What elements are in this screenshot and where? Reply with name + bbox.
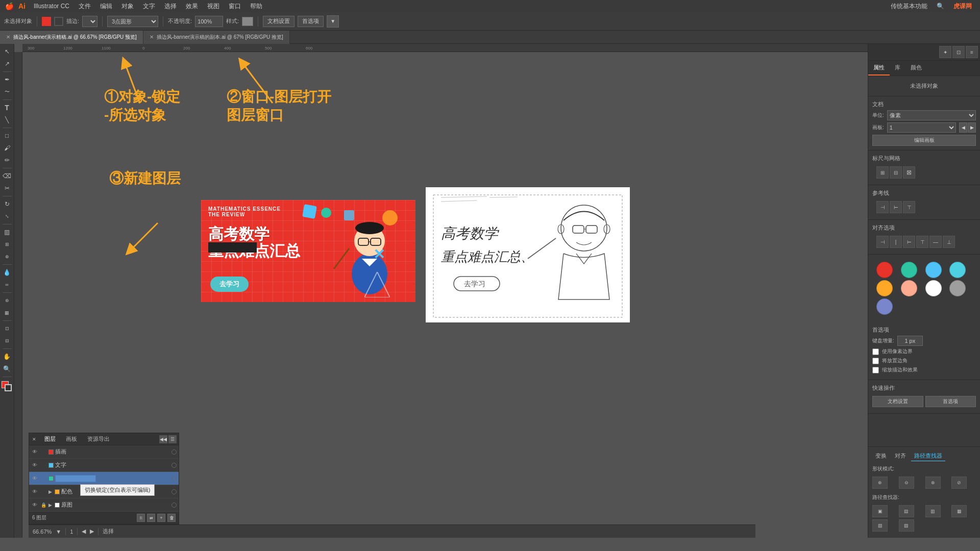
fill-color-btn[interactable] bbox=[42, 17, 51, 26]
delete-layer-btn[interactable]: 🗑 bbox=[167, 514, 176, 522]
style-preview[interactable] bbox=[242, 17, 253, 26]
bottom-tab-align[interactable]: 对齐 bbox=[892, 451, 909, 461]
banner-learn-btn[interactable]: 去学习 bbox=[210, 277, 249, 292]
apple-menu[interactable]: 🍎 bbox=[4, 1, 14, 11]
direct-selection-tool[interactable]: ↗ bbox=[2, 58, 13, 69]
align-center-btn[interactable]: | bbox=[890, 236, 902, 248]
rectangle-tool[interactable]: □ bbox=[2, 130, 13, 141]
show-rulers-btn[interactable]: ⊞ bbox=[876, 166, 889, 179]
search-icon[interactable]: 🔍 bbox=[933, 3, 948, 10]
menu-file[interactable]: 文件 bbox=[75, 1, 95, 12]
keyboard-increment-input[interactable] bbox=[897, 336, 923, 346]
tab-2-close[interactable]: ✕ bbox=[150, 34, 154, 40]
hand-tool[interactable]: ✋ bbox=[2, 351, 13, 362]
fill-stroke-indicator[interactable] bbox=[2, 381, 13, 392]
scale-effects-checkbox[interactable] bbox=[872, 367, 879, 373]
pencil-tool[interactable]: ✏ bbox=[2, 155, 13, 166]
layer-name-editing[interactable] bbox=[55, 475, 170, 482]
symbol-tool[interactable]: ⊛ bbox=[2, 295, 13, 306]
layer-eye-illustration[interactable]: 👁 bbox=[31, 448, 38, 456]
artboard-select[interactable]: 1 bbox=[887, 122, 956, 133]
artboard-tool[interactable]: ⊡ bbox=[2, 323, 13, 334]
menu-help[interactable]: 帮助 bbox=[246, 1, 266, 12]
swatch-lightblue[interactable] bbox=[925, 262, 942, 278]
swatch-white[interactable] bbox=[925, 280, 942, 296]
round-corners-checkbox[interactable] bbox=[872, 358, 879, 364]
edit-artboard-btn[interactable]: 编辑画板 bbox=[872, 135, 976, 146]
panel-icon-1[interactable]: ✦ bbox=[939, 46, 951, 58]
shape-mode-unite[interactable]: ⊕ bbox=[872, 477, 888, 489]
pf-btn-1[interactable]: ▣ bbox=[872, 505, 888, 517]
menu-text[interactable]: 文字 bbox=[139, 1, 159, 12]
swatch-teal[interactable] bbox=[901, 262, 917, 278]
align-bottom-btn[interactable]: ⊥ bbox=[943, 236, 955, 248]
column-graph-tool[interactable]: ▦ bbox=[2, 307, 13, 318]
layers-tab-close[interactable]: ✕ bbox=[29, 435, 39, 444]
eraser-tool[interactable]: ⌫ bbox=[2, 170, 13, 182]
workspace-selector[interactable]: 传统基本功能 bbox=[887, 2, 932, 11]
layer-expand-original[interactable]: ▶ bbox=[48, 503, 52, 508]
rpanel-tab-library[interactable]: 库 bbox=[890, 61, 905, 76]
layer-name-input[interactable] bbox=[55, 475, 96, 482]
layer-lock-editing[interactable] bbox=[40, 475, 47, 482]
panel-icon-3[interactable]: ≡ bbox=[966, 46, 978, 58]
pen-tool[interactable]: ✒ bbox=[2, 74, 13, 85]
align-middle-btn[interactable]: — bbox=[929, 236, 942, 248]
menu-illustrator[interactable]: Illustrator CC bbox=[30, 2, 74, 11]
layers-tab-layers[interactable]: 图层 bbox=[39, 433, 61, 445]
rpanel-tab-properties[interactable]: 属性 bbox=[868, 61, 890, 76]
move-layer-btn[interactable]: ⇄ bbox=[147, 514, 155, 522]
pf-btn-5[interactable]: ▧ bbox=[872, 519, 888, 532]
layer-lock-illustration[interactable] bbox=[40, 448, 47, 456]
canvas-area[interactable]: 300 1200 1100 0 200 400 500 600 bbox=[14, 44, 868, 538]
menu-window[interactable]: 窗口 bbox=[225, 1, 245, 12]
menu-select[interactable]: 选择 bbox=[160, 1, 181, 12]
shape-mode-exclude[interactable]: ⊘ bbox=[951, 477, 967, 489]
pf-btn-2[interactable]: ▤ bbox=[899, 505, 914, 517]
tab-1[interactable]: ✕ 插边风-banner演示精稿.ai @ 66.67% [RGB/GPU 预览… bbox=[0, 31, 143, 44]
artboard-prev[interactable]: ◀ bbox=[959, 122, 967, 133]
type-tool[interactable]: T bbox=[2, 102, 13, 113]
shape-select[interactable]: 3点圆形 bbox=[107, 16, 158, 27]
pf-btn-4[interactable]: ▦ bbox=[951, 505, 967, 517]
zoom-level[interactable]: 66.67% bbox=[33, 529, 52, 535]
layer-expand-colors[interactable]: ▶ bbox=[48, 489, 52, 494]
tab-2[interactable]: ✕ 插边风-banner演示稿的副本.ai @ 67% [RGB/GPU 推览] bbox=[143, 31, 290, 44]
align-right-btn[interactable]: ⊢ bbox=[903, 236, 915, 248]
layer-lock-colors[interactable] bbox=[40, 488, 47, 495]
zoom-dropdown-icon[interactable]: ▼ bbox=[56, 529, 61, 535]
show-grid-btn[interactable]: ⊟ bbox=[890, 166, 902, 179]
swatch-purpleblue[interactable] bbox=[876, 298, 893, 315]
menu-edit[interactable]: 编辑 bbox=[96, 1, 116, 12]
guide-btn-3[interactable]: ⊤ bbox=[903, 201, 915, 213]
guide-btn-1[interactable]: ⊣ bbox=[876, 201, 889, 213]
tab-1-close[interactable]: ✕ bbox=[6, 34, 10, 40]
align-left-btn[interactable]: ⊣ bbox=[876, 236, 889, 248]
snap-pixel-checkbox[interactable] bbox=[872, 348, 879, 355]
panel-collapse-btn[interactable]: ◀◀ bbox=[159, 435, 167, 443]
layer-eye-colors[interactable]: 👁 bbox=[31, 488, 38, 495]
scissors-tool[interactable]: ✂ bbox=[2, 183, 13, 194]
swatch-gray[interactable] bbox=[949, 280, 966, 296]
selection-tool[interactable]: ↖ bbox=[2, 46, 13, 57]
rpanel-tab-color[interactable]: 颜色 bbox=[905, 61, 927, 76]
make-sub-layer-btn[interactable]: ⎘ bbox=[137, 514, 145, 522]
layer-eye-editing[interactable]: 👁 bbox=[31, 475, 38, 482]
eyedropper-tool[interactable]: 💧 bbox=[2, 267, 13, 278]
zoom-tool[interactable]: 🔍 bbox=[2, 363, 13, 374]
slice-tool[interactable]: ⊟ bbox=[2, 335, 13, 346]
shape-mode-minus[interactable]: ⊖ bbox=[899, 477, 914, 489]
quick-prefs-btn[interactable]: 首选项 bbox=[925, 396, 976, 407]
panel-menu-btn[interactable]: ☰ bbox=[168, 435, 177, 443]
mesh-tool[interactable]: ⊞ bbox=[2, 239, 13, 250]
blend-tool[interactable]: ∞ bbox=[2, 279, 13, 290]
rotate-tool[interactable]: ↻ bbox=[2, 198, 13, 210]
panel-icon-2[interactable]: ⊡ bbox=[952, 46, 965, 58]
pf-btn-3[interactable]: ▥ bbox=[925, 505, 941, 517]
layer-lock-original[interactable]: 🔒 bbox=[40, 502, 47, 509]
quick-doc-settings-btn[interactable]: 文档设置 bbox=[872, 396, 923, 407]
new-layer-btn[interactable]: + bbox=[157, 514, 165, 522]
artboard-next[interactable]: ▶ bbox=[968, 122, 976, 133]
more-options-btn[interactable]: ▼ bbox=[327, 15, 339, 28]
stroke-color-btn[interactable] bbox=[54, 17, 63, 26]
